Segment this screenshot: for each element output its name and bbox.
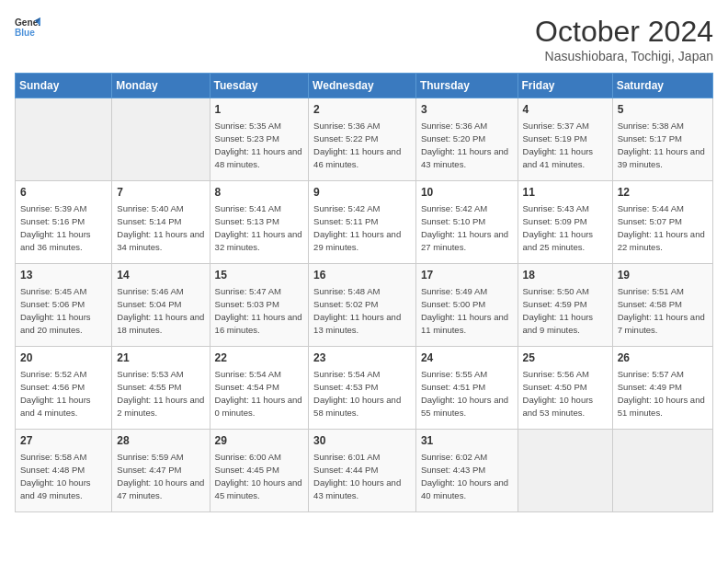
cell-info: Sunrise: 6:01 AMSunset: 4:44 PMDaylight:… bbox=[313, 452, 401, 500]
day-number: 21 bbox=[117, 350, 204, 366]
weekday-header-tuesday: Tuesday bbox=[210, 74, 309, 98]
day-number: 1 bbox=[215, 102, 304, 118]
cell-info: Sunrise: 6:02 AMSunset: 4:43 PMDaylight:… bbox=[421, 452, 508, 500]
calendar-cell: 3 Sunrise: 5:36 AMSunset: 5:20 PMDayligh… bbox=[415, 98, 518, 181]
cell-info: Sunrise: 5:48 AMSunset: 5:02 PMDaylight:… bbox=[313, 286, 401, 335]
day-number: 13 bbox=[20, 268, 107, 283]
day-number: 27 bbox=[20, 433, 107, 449]
day-number: 28 bbox=[117, 433, 204, 449]
cell-info: Sunrise: 5:49 AMSunset: 5:00 PMDaylight:… bbox=[421, 286, 508, 335]
calendar-cell: 14 Sunrise: 5:46 AMSunset: 5:04 PMDaylig… bbox=[112, 264, 210, 347]
calendar-cell bbox=[112, 98, 210, 181]
cell-info: Sunrise: 5:43 AMSunset: 5:09 PMDaylight:… bbox=[523, 203, 594, 252]
cell-info: Sunrise: 5:52 AMSunset: 4:56 PMDaylight:… bbox=[20, 369, 91, 418]
calendar-cell: 12 Sunrise: 5:44 AMSunset: 5:07 PMDaylig… bbox=[612, 181, 712, 264]
day-number: 23 bbox=[313, 350, 411, 366]
calendar-cell: 8 Sunrise: 5:41 AMSunset: 5:13 PMDayligh… bbox=[210, 181, 309, 264]
day-number: 11 bbox=[523, 185, 608, 201]
day-number: 4 bbox=[523, 102, 608, 118]
day-number: 5 bbox=[618, 102, 708, 118]
cell-info: Sunrise: 5:58 AMSunset: 4:48 PMDaylight:… bbox=[20, 452, 91, 500]
calendar-cell: 7 Sunrise: 5:40 AMSunset: 5:14 PMDayligh… bbox=[112, 181, 210, 264]
cell-info: Sunrise: 5:40 AMSunset: 5:14 PMDaylight:… bbox=[117, 203, 204, 252]
day-number: 29 bbox=[215, 433, 304, 449]
day-number: 17 bbox=[421, 268, 513, 283]
day-number: 22 bbox=[215, 350, 304, 366]
calendar-cell: 4 Sunrise: 5:37 AMSunset: 5:19 PMDayligh… bbox=[518, 98, 612, 181]
svg-text:General: General bbox=[15, 17, 40, 28]
calendar-cell: 25 Sunrise: 5:56 AMSunset: 4:50 PMDaylig… bbox=[518, 347, 612, 430]
calendar-cell bbox=[612, 430, 712, 512]
cell-info: Sunrise: 5:57 AMSunset: 4:49 PMDaylight:… bbox=[618, 369, 705, 418]
calendar-week-row: 1 Sunrise: 5:35 AMSunset: 5:23 PMDayligh… bbox=[16, 98, 713, 181]
cell-info: Sunrise: 5:44 AMSunset: 5:07 PMDaylight:… bbox=[618, 203, 705, 252]
cell-info: Sunrise: 5:36 AMSunset: 5:22 PMDaylight:… bbox=[313, 121, 401, 169]
day-number: 2 bbox=[313, 102, 411, 118]
month-title: October 2024 bbox=[535, 15, 713, 49]
weekday-header-monday: Monday bbox=[112, 74, 210, 98]
cell-info: Sunrise: 5:38 AMSunset: 5:17 PMDaylight:… bbox=[618, 121, 705, 169]
weekday-header-thursday: Thursday bbox=[415, 74, 518, 98]
calendar-cell: 23 Sunrise: 5:54 AMSunset: 4:53 PMDaylig… bbox=[309, 347, 416, 430]
cell-info: Sunrise: 5:53 AMSunset: 4:55 PMDaylight:… bbox=[117, 369, 204, 418]
calendar-cell: 24 Sunrise: 5:55 AMSunset: 4:51 PMDaylig… bbox=[415, 347, 518, 430]
calendar-cell: 28 Sunrise: 5:59 AMSunset: 4:47 PMDaylig… bbox=[112, 430, 210, 512]
calendar-cell: 20 Sunrise: 5:52 AMSunset: 4:56 PMDaylig… bbox=[16, 347, 112, 430]
day-number: 12 bbox=[618, 185, 708, 201]
cell-info: Sunrise: 5:35 AMSunset: 5:23 PMDaylight:… bbox=[215, 121, 302, 169]
cell-info: Sunrise: 5:37 AMSunset: 5:19 PMDaylight:… bbox=[523, 121, 594, 169]
day-number: 26 bbox=[618, 350, 708, 366]
day-number: 10 bbox=[421, 185, 513, 201]
cell-info: Sunrise: 5:39 AMSunset: 5:16 PMDaylight:… bbox=[20, 203, 91, 252]
day-number: 9 bbox=[313, 185, 411, 201]
day-number: 19 bbox=[618, 268, 708, 283]
logo: General Blue bbox=[15, 15, 40, 40]
calendar-cell bbox=[16, 98, 112, 181]
calendar-cell: 22 Sunrise: 5:54 AMSunset: 4:54 PMDaylig… bbox=[210, 347, 309, 430]
calendar-cell: 6 Sunrise: 5:39 AMSunset: 5:16 PMDayligh… bbox=[16, 181, 112, 264]
svg-text:Blue: Blue bbox=[15, 28, 35, 38]
calendar-cell: 19 Sunrise: 5:51 AMSunset: 4:58 PMDaylig… bbox=[612, 264, 712, 347]
day-number: 24 bbox=[421, 350, 513, 366]
day-number: 15 bbox=[215, 268, 304, 283]
calendar-cell: 17 Sunrise: 5:49 AMSunset: 5:00 PMDaylig… bbox=[415, 264, 518, 347]
day-number: 25 bbox=[523, 350, 608, 366]
calendar-week-row: 13 Sunrise: 5:45 AMSunset: 5:06 PMDaylig… bbox=[16, 264, 713, 347]
weekday-header-sunday: Sunday bbox=[16, 74, 112, 98]
day-number: 16 bbox=[313, 268, 411, 283]
day-number: 6 bbox=[20, 185, 107, 201]
day-number: 30 bbox=[313, 433, 411, 449]
day-number: 3 bbox=[421, 102, 513, 118]
cell-info: Sunrise: 5:55 AMSunset: 4:51 PMDaylight:… bbox=[421, 369, 508, 418]
day-number: 18 bbox=[523, 268, 608, 283]
location: Nasushiobara, Tochigi, Japan bbox=[535, 49, 713, 63]
calendar-cell: 16 Sunrise: 5:48 AMSunset: 5:02 PMDaylig… bbox=[309, 264, 416, 347]
cell-info: Sunrise: 6:00 AMSunset: 4:45 PMDaylight:… bbox=[215, 452, 302, 500]
weekday-header-friday: Friday bbox=[518, 74, 612, 98]
calendar-cell: 13 Sunrise: 5:45 AMSunset: 5:06 PMDaylig… bbox=[16, 264, 112, 347]
calendar-week-row: 27 Sunrise: 5:58 AMSunset: 4:48 PMDaylig… bbox=[16, 430, 713, 512]
calendar-week-row: 6 Sunrise: 5:39 AMSunset: 5:16 PMDayligh… bbox=[16, 181, 713, 264]
calendar-cell: 30 Sunrise: 6:01 AMSunset: 4:44 PMDaylig… bbox=[309, 430, 416, 512]
calendar-cell: 21 Sunrise: 5:53 AMSunset: 4:55 PMDaylig… bbox=[112, 347, 210, 430]
page-header: General Blue October 2024 Nasushiobara, … bbox=[15, 15, 713, 63]
cell-info: Sunrise: 5:42 AMSunset: 5:11 PMDaylight:… bbox=[313, 203, 401, 252]
calendar-cell: 29 Sunrise: 6:00 AMSunset: 4:45 PMDaylig… bbox=[210, 430, 309, 512]
calendar-week-row: 20 Sunrise: 5:52 AMSunset: 4:56 PMDaylig… bbox=[16, 347, 713, 430]
calendar-cell: 1 Sunrise: 5:35 AMSunset: 5:23 PMDayligh… bbox=[210, 98, 309, 181]
logo-icon: General Blue bbox=[15, 15, 40, 40]
weekday-header-wednesday: Wednesday bbox=[309, 74, 416, 98]
calendar-cell: 27 Sunrise: 5:58 AMSunset: 4:48 PMDaylig… bbox=[16, 430, 112, 512]
cell-info: Sunrise: 5:41 AMSunset: 5:13 PMDaylight:… bbox=[215, 203, 302, 252]
calendar-cell: 18 Sunrise: 5:50 AMSunset: 4:59 PMDaylig… bbox=[518, 264, 612, 347]
cell-info: Sunrise: 5:42 AMSunset: 5:10 PMDaylight:… bbox=[421, 203, 508, 252]
calendar-table: SundayMondayTuesdayWednesdayThursdayFrid… bbox=[15, 73, 713, 512]
weekday-header-saturday: Saturday bbox=[612, 74, 712, 98]
calendar-cell: 10 Sunrise: 5:42 AMSunset: 5:10 PMDaylig… bbox=[415, 181, 518, 264]
cell-info: Sunrise: 5:51 AMSunset: 4:58 PMDaylight:… bbox=[618, 286, 705, 335]
cell-info: Sunrise: 5:54 AMSunset: 4:54 PMDaylight:… bbox=[215, 369, 302, 418]
calendar-cell: 2 Sunrise: 5:36 AMSunset: 5:22 PMDayligh… bbox=[309, 98, 416, 181]
calendar-cell bbox=[518, 430, 612, 512]
calendar-cell: 11 Sunrise: 5:43 AMSunset: 5:09 PMDaylig… bbox=[518, 181, 612, 264]
cell-info: Sunrise: 5:36 AMSunset: 5:20 PMDaylight:… bbox=[421, 121, 508, 169]
